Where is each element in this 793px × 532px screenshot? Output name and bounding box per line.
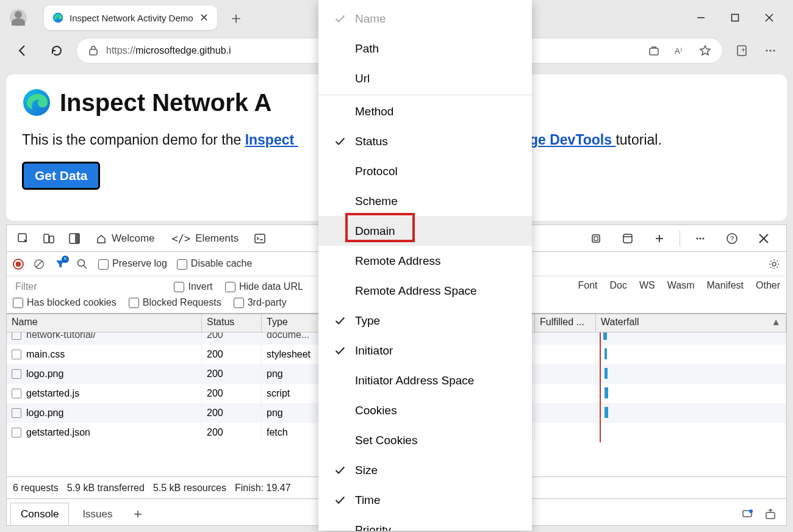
- svg-rect-2: [732, 15, 739, 21]
- menu-item-remote-address-space[interactable]: Remote Address Space: [318, 276, 532, 306]
- device-toggle-icon[interactable]: [38, 228, 59, 249]
- svg-rect-15: [44, 234, 49, 243]
- col-name[interactable]: Name: [7, 314, 202, 332]
- search-icon[interactable]: [76, 258, 88, 270]
- menu-item-method[interactable]: Method: [318, 96, 532, 126]
- filter-manifest[interactable]: Manifest: [707, 280, 744, 291]
- minimize-icon[interactable]: [697, 13, 705, 22]
- filter-input[interactable]: Filter: [13, 280, 147, 293]
- blocked-cookies-checkbox[interactable]: Has blocked cookies: [13, 297, 117, 308]
- disable-cache-checkbox[interactable]: Disable cache: [177, 258, 253, 269]
- svg-rect-5: [90, 49, 97, 55]
- memory-chip-icon[interactable]: [586, 228, 606, 249]
- inspect-link[interactable]: Inspect: [245, 132, 298, 148]
- menu-item-initiator-address-space[interactable]: Initiator Address Space: [318, 365, 532, 395]
- maximize-icon[interactable]: [731, 13, 739, 22]
- svg-point-12: [773, 49, 775, 51]
- site-lock-icon[interactable]: [88, 45, 99, 56]
- preserve-log-checkbox[interactable]: Preserve log: [98, 258, 167, 269]
- menu-item-initiator[interactable]: Initiator: [318, 336, 532, 365]
- read-aloud-icon[interactable]: A⁾: [673, 45, 686, 57]
- columns-context-menu[interactable]: NamePathUrlMethodStatusProtocolSchemeDom…: [318, 0, 532, 531]
- menu-item-url[interactable]: Url: [318, 63, 532, 93]
- tab-welcome[interactable]: Welcome: [88, 225, 162, 251]
- get-data-button[interactable]: Get Data: [22, 162, 100, 190]
- tab-elements[interactable]: </>Elements: [165, 225, 246, 251]
- dock-side-icon[interactable]: [64, 228, 85, 249]
- add-panel-icon[interactable]: [649, 228, 670, 249]
- menu-item-scheme[interactable]: Scheme: [318, 186, 532, 216]
- footer-finish: Finish: 19.47: [235, 483, 291, 494]
- svg-rect-21: [594, 237, 598, 240]
- tab-title: Inspect Network Activity Demo: [70, 13, 193, 23]
- menu-item-time[interactable]: Time: [318, 485, 532, 515]
- menu-item-name: Name: [318, 4, 532, 34]
- menu-item-path[interactable]: Path: [318, 34, 532, 63]
- clear-log-icon[interactable]: [34, 259, 45, 270]
- svg-point-27: [700, 237, 702, 239]
- tab-close-icon[interactable]: ✕: [199, 11, 209, 24]
- collections-icon[interactable]: +: [736, 44, 749, 57]
- kebab-menu-icon[interactable]: [690, 228, 711, 249]
- svg-text:+: +: [741, 46, 745, 54]
- col-fulfilled[interactable]: Fulfilled ...: [535, 314, 596, 332]
- menu-item-priority[interactable]: Priority: [318, 515, 532, 531]
- menu-item-type[interactable]: Type: [318, 306, 532, 336]
- filter-ws[interactable]: WS: [639, 280, 655, 291]
- help-icon[interactable]: ?: [722, 228, 742, 249]
- third-party-checkbox[interactable]: 3rd-party: [234, 297, 287, 308]
- svg-point-35: [78, 259, 85, 266]
- more-menu-icon[interactable]: [764, 44, 777, 57]
- close-devtools-icon[interactable]: [753, 228, 774, 249]
- inspect-element-icon[interactable]: [13, 228, 34, 249]
- col-status[interactable]: Status: [202, 314, 262, 332]
- svg-line-36: [84, 265, 87, 268]
- favorite-star-icon[interactable]: [699, 45, 711, 57]
- filter-wasm[interactable]: Wasm: [667, 280, 695, 291]
- blocked-requests-checkbox[interactable]: Blocked Requests: [129, 297, 221, 308]
- profile-avatar[interactable]: [10, 9, 27, 26]
- col-waterfall[interactable]: Waterfall▲: [596, 314, 786, 332]
- record-button[interactable]: [13, 259, 24, 270]
- shopping-icon[interactable]: [648, 45, 660, 57]
- menu-item-set-cookies[interactable]: Set Cookies: [318, 425, 532, 455]
- footer-requests: 6 requests: [13, 483, 59, 494]
- menu-item-protocol[interactable]: Protocol: [318, 156, 532, 186]
- menu-item-size[interactable]: Size: [318, 455, 532, 485]
- drawer-tab-console[interactable]: Console: [10, 503, 69, 525]
- svg-rect-16: [49, 236, 54, 243]
- back-button[interactable]: [12, 40, 33, 61]
- settings-gear-icon[interactable]: [768, 258, 780, 270]
- menu-item-status[interactable]: Status: [318, 126, 532, 156]
- svg-point-11: [769, 49, 771, 51]
- filter-doc[interactable]: Doc: [610, 280, 627, 291]
- window-controls: [697, 13, 788, 22]
- menu-item-remote-address[interactable]: Remote Address: [318, 246, 532, 276]
- drawer-issues-icon[interactable]: [741, 508, 753, 520]
- edge-favicon: [52, 12, 63, 23]
- toolbar-icons: +: [728, 44, 784, 57]
- svg-point-37: [772, 262, 776, 266]
- filter-other[interactable]: Other: [756, 280, 780, 291]
- filter-font[interactable]: Font: [578, 280, 598, 291]
- menu-item-cookies[interactable]: Cookies: [318, 395, 532, 425]
- close-window-icon[interactable]: [765, 13, 773, 22]
- app-panel-icon[interactable]: [617, 228, 638, 249]
- drawer-add-icon[interactable]: ＋: [123, 502, 153, 525]
- invert-checkbox[interactable]: Invert: [174, 281, 212, 292]
- menu-item-domain[interactable]: Domain: [318, 216, 532, 246]
- refresh-button[interactable]: [46, 40, 67, 61]
- svg-line-34: [36, 261, 43, 267]
- browser-tab[interactable]: Inspect Network Activity Demo ✕: [44, 5, 217, 30]
- drawer-tab-issues[interactable]: Issues: [73, 503, 122, 525]
- tab-console-icon[interactable]: [249, 228, 270, 249]
- drawer-expand-icon[interactable]: [764, 508, 777, 520]
- edge-logo-icon: [22, 88, 51, 117]
- footer-resources: 5.5 kB resources: [153, 483, 226, 494]
- svg-point-28: [703, 237, 705, 239]
- hide-data-url-checkbox[interactable]: Hide data URL: [225, 281, 303, 292]
- filter-toggle-icon[interactable]: [54, 258, 66, 270]
- new-tab-button[interactable]: ＋: [228, 7, 244, 29]
- svg-rect-6: [650, 48, 658, 55]
- svg-text:?: ?: [730, 235, 734, 242]
